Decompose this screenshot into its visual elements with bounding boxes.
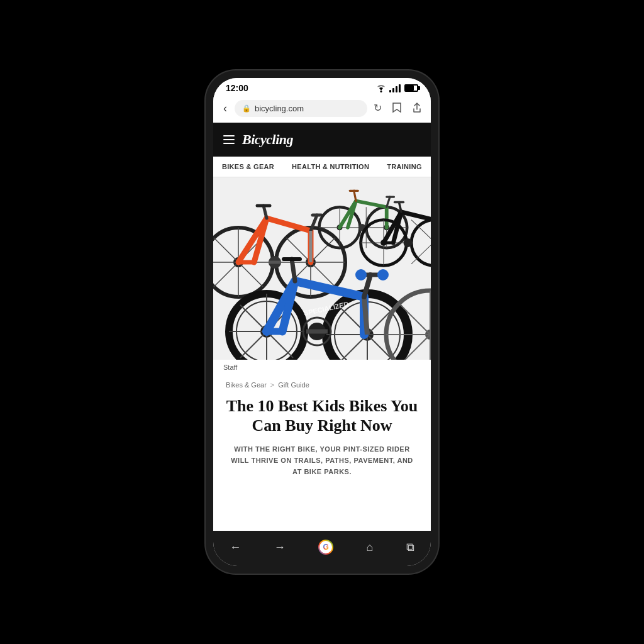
svg-point-50 (404, 238, 413, 247)
hamburger-line-3 (223, 143, 235, 144)
share-button[interactable] (411, 101, 423, 117)
url-bar[interactable]: 🔒 bicycling.com (235, 100, 367, 117)
hamburger-line-2 (223, 139, 235, 140)
nav-tabs: BIKES & GEAR HEALTH & NUTRITION TRAINING (213, 157, 431, 177)
tabs-button[interactable]: ⧉ (401, 538, 419, 557)
hero-image: SPECIALIZED (213, 177, 431, 360)
share-icon (412, 102, 422, 113)
status-icons (375, 84, 418, 92)
article-title: The 10 Best Kids Bikes You Can Buy Right… (226, 396, 418, 435)
back-button[interactable]: ← (225, 538, 246, 557)
battery-icon (404, 84, 418, 92)
web-content: Bicycling BIKES & GEAR HEALTH & NUTRITIO… (213, 123, 431, 531)
article-content: Bikes & Gear > Gift Guide The 10 Best Ki… (213, 375, 431, 490)
bottom-nav-bar: ← → G ⌂ ⧉ (213, 531, 431, 566)
wifi-icon (375, 84, 387, 92)
nav-tab-training[interactable]: TRAINING (378, 157, 431, 177)
status-time: 12:00 (226, 83, 248, 93)
svg-line-67 (364, 297, 367, 335)
bookmark-button[interactable] (391, 101, 403, 117)
hamburger-menu[interactable] (223, 135, 235, 144)
breadcrumb-gift-guide[interactable]: Gift Guide (278, 381, 309, 389)
article-subtitle: WITH THE RIGHT BIKE, YOUR PINT-SIZED RID… (226, 444, 418, 477)
site-header: Bicycling (213, 123, 431, 157)
lock-icon: 🔒 (242, 104, 251, 113)
author-credit: Staff (213, 360, 431, 375)
svg-line-72 (292, 259, 295, 281)
svg-point-71 (377, 269, 389, 280)
google-g-icon: G (318, 540, 333, 555)
phone-screen: 12:00 (213, 78, 431, 566)
nav-tab-bikes-gear[interactable]: BIKES & GEAR (213, 157, 283, 177)
breadcrumb-bikes-gear[interactable]: Bikes & Gear (226, 381, 267, 389)
url-text: bicycling.com (255, 104, 360, 113)
breadcrumb-separator: > (270, 381, 274, 389)
site-logo[interactable]: Bicycling (242, 131, 293, 148)
svg-point-0 (380, 91, 382, 92)
browser-actions: ↻ (372, 101, 423, 117)
status-bar: 12:00 (213, 78, 431, 96)
google-button[interactable]: G (313, 537, 338, 557)
browser-chrome: ‹ 🔒 bicycling.com ↻ (213, 96, 431, 123)
reload-button[interactable]: ↻ (372, 101, 383, 117)
browser-back-button[interactable]: ‹ (221, 99, 230, 118)
hamburger-line-1 (223, 135, 235, 136)
breadcrumb: Bikes & Gear > Gift Guide (226, 381, 418, 389)
bikes-collage-svg: SPECIALIZED (213, 177, 431, 360)
svg-point-70 (355, 269, 367, 280)
bookmark-icon (392, 102, 402, 113)
signal-bars-icon (389, 84, 401, 92)
home-button[interactable]: ⌂ (361, 538, 378, 557)
phone-frame: 12:00 (206, 70, 438, 574)
nav-tab-health[interactable]: HEALTH & NUTRITION (283, 157, 378, 177)
forward-button[interactable]: → (269, 538, 291, 557)
